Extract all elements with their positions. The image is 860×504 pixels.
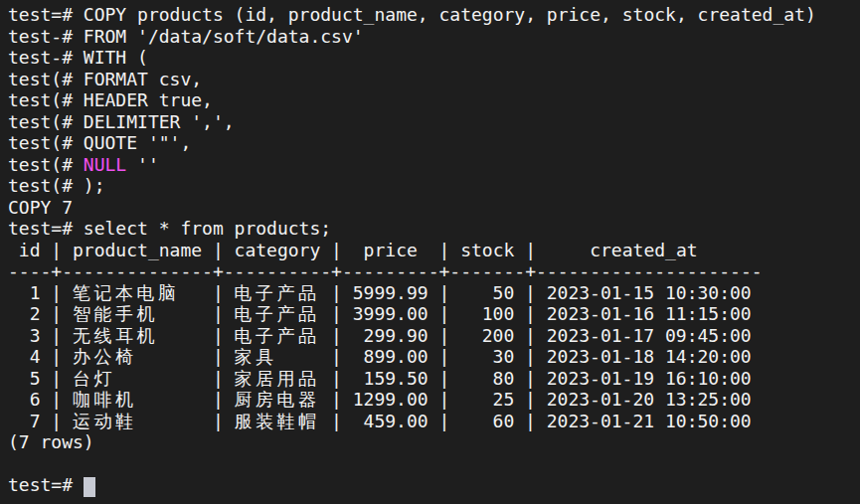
- cell-product-name: 咖啡机: [62, 389, 213, 411]
- prompt-line[interactable]: test=#: [8, 474, 860, 496]
- table-row: 6|咖啡机|厨房电器|1299.00|25|2023-01-20 13:25:0…: [8, 389, 860, 411]
- column-separator: |: [438, 368, 449, 390]
- cell-stock: 80: [449, 368, 525, 390]
- copy-result-line: COPY 7: [8, 197, 860, 219]
- table-row: 5|台灯|家居用品|159.50|80|2023-01-19 16:10:00: [8, 368, 860, 390]
- terminal-screen[interactable]: test=# COPY products (id, product_name, …: [0, 0, 860, 504]
- table-row: 1|笔记本电脑|电子产品|5999.99|50|2023-01-15 10:30…: [8, 282, 860, 304]
- table-row: 7|运动鞋|服装鞋帽|459.00|60|2023-01-21 10:50:00: [8, 411, 860, 432]
- cell-category: 服装鞋帽: [224, 411, 331, 432]
- cell-id: 6: [8, 389, 51, 411]
- column-separator: |: [51, 346, 62, 368]
- column-separator: |: [438, 303, 449, 325]
- column-separator: |: [331, 346, 342, 368]
- cell-price: 5999.99: [342, 282, 439, 304]
- column-separator: |: [331, 303, 342, 325]
- column-separator: |: [51, 411, 62, 432]
- with-clause-line: test-# WITH (: [8, 47, 860, 69]
- cell-stock: 100: [449, 303, 525, 325]
- quote-option-line: test(# QUOTE '"',: [8, 132, 860, 154]
- column-separator: |: [213, 325, 224, 347]
- cell-product-name: 办公椅: [62, 346, 213, 368]
- column-separator: |: [213, 411, 224, 432]
- column-separator: |: [438, 411, 449, 432]
- column-separator: |: [525, 282, 536, 304]
- column-separator: |: [525, 346, 536, 368]
- column-separator: |: [331, 411, 342, 432]
- cell-id: 2: [8, 303, 51, 325]
- cell-product-name: 无线耳机: [62, 325, 213, 347]
- cell-category: 家具: [224, 346, 331, 368]
- select-command-line: test=# select * from products;: [8, 218, 860, 240]
- cell-category: 电子产品: [224, 282, 331, 304]
- cell-id: 7: [8, 411, 51, 432]
- cell-created-at: 2023-01-18 14:20:00: [536, 346, 763, 368]
- column-separator: |: [438, 389, 449, 411]
- cell-product-name: 智能手机: [62, 303, 213, 325]
- from-clause-line: test-# FROM '/data/soft/data.csv': [8, 26, 860, 48]
- cell-category: 厨房电器: [224, 389, 331, 411]
- cell-id: 1: [8, 282, 51, 304]
- cell-price: 3999.00: [342, 303, 439, 325]
- column-separator: |: [213, 346, 224, 368]
- column-separator: |: [438, 325, 449, 347]
- null-option-line: test(# NULL '': [8, 154, 860, 176]
- delimiter-option-line: test(# DELIMITER ',',: [8, 111, 860, 133]
- table-row: 2|智能手机|电子产品|3999.00|100|2023-01-16 11:15…: [8, 303, 860, 325]
- cell-category: 电子产品: [224, 303, 331, 325]
- cell-price: 299.90: [342, 325, 439, 347]
- cell-created-at: 2023-01-15 10:30:00: [536, 282, 763, 304]
- column-separator: |: [213, 303, 224, 325]
- cell-product-name: 笔记本电脑: [62, 282, 213, 304]
- column-separator: |: [213, 368, 224, 390]
- column-separator: |: [331, 368, 342, 390]
- cell-product-name: 运动鞋: [62, 411, 213, 432]
- cell-stock: 30: [449, 346, 525, 368]
- column-separator: |: [438, 282, 449, 304]
- format-option-line: test(# FORMAT csv,: [8, 69, 860, 90]
- header-option-line: test(# HEADER true,: [8, 89, 860, 111]
- table-header-row: id | product_name | category | price | s…: [8, 240, 860, 261]
- copy-command-line: test=# COPY products (id, product_name, …: [8, 4, 860, 26]
- row-count-line: (7 rows): [8, 431, 860, 453]
- cell-created-at: 2023-01-19 16:10:00: [536, 368, 763, 390]
- column-separator: |: [525, 411, 536, 432]
- cell-id: 3: [8, 325, 51, 347]
- cell-category: 家居用品: [224, 368, 331, 390]
- column-separator: |: [525, 389, 536, 411]
- table-row: 4|办公椅|家具|899.00|30|2023-01-18 14:20:00: [8, 346, 860, 368]
- column-separator: |: [331, 325, 342, 347]
- cell-price: 1299.00: [342, 389, 439, 411]
- cell-created-at: 2023-01-16 11:15:00: [536, 303, 763, 325]
- table-row: 3|无线耳机|电子产品|299.90|200|2023-01-17 09:45:…: [8, 325, 860, 347]
- cell-stock: 60: [449, 411, 525, 432]
- column-separator: |: [213, 282, 224, 304]
- column-separator: |: [213, 389, 224, 411]
- column-separator: |: [525, 325, 536, 347]
- prompt-continuation: test(#: [8, 154, 84, 175]
- column-separator: |: [438, 346, 449, 368]
- cell-stock: 50: [449, 282, 525, 304]
- null-value: '': [126, 154, 159, 175]
- column-separator: |: [51, 389, 62, 411]
- cell-created-at: 2023-01-21 10:50:00: [536, 411, 763, 432]
- cell-price: 899.00: [342, 346, 439, 368]
- null-keyword: NULL: [84, 154, 126, 175]
- table-separator-row: ----+--------------+----------+---------…: [8, 260, 860, 282]
- cell-stock: 25: [449, 389, 525, 411]
- blank-line: [8, 453, 860, 475]
- column-separator: |: [331, 389, 342, 411]
- cell-product-name: 台灯: [62, 368, 213, 390]
- cell-created-at: 2023-01-20 13:25:00: [536, 389, 763, 411]
- close-paren-line: test(# );: [8, 175, 860, 197]
- terminal-cursor: [84, 477, 95, 497]
- column-separator: |: [51, 282, 62, 304]
- cell-id: 4: [8, 346, 51, 368]
- column-separator: |: [51, 303, 62, 325]
- cell-category: 电子产品: [224, 325, 331, 347]
- cell-id: 5: [8, 368, 51, 390]
- cell-price: 159.50: [342, 368, 439, 390]
- column-separator: |: [525, 368, 536, 390]
- column-separator: |: [51, 368, 62, 390]
- column-separator: |: [331, 282, 342, 304]
